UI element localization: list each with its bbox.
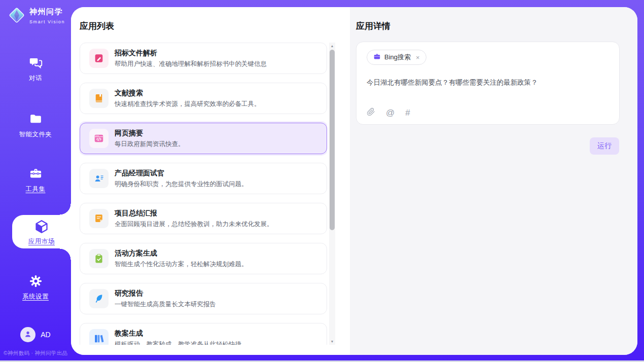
app-card-title: 文献搜索 [115,89,143,97]
diamond-logo-icon [8,6,26,26]
sidebar-item-label: 系统设置 [0,293,71,301]
app-card-description: 模板驱动，教案秒成，教学准备从此轻松快捷 [115,340,241,345]
avatar [20,327,35,342]
app-card[interactable]: 网页摘要 每日政府新闻资讯快查。 [80,123,327,154]
brand-name: 神州问学 [29,7,63,16]
app-card-title: 网页摘要 [115,129,143,137]
run-button[interactable]: 运行 [590,137,619,155]
scrollbar-down-icon[interactable]: ▼ [329,338,335,345]
app-detail-title: 应用详情 [356,20,390,32]
user-label: AD [41,331,50,339]
briefcase-icon [373,53,381,62]
sidebar: 神州问学 Smart Vision 对话 智能文件夹 [0,0,71,360]
sidebar-item-settings[interactable]: 系统设置 [0,274,71,301]
sidebar-item-label: 应用市场 [12,237,71,246]
clipboard-check-icon [89,249,109,268]
sidebar-item-label: 工具集 [0,185,71,194]
person-doc-icon [89,169,109,188]
app-card-title: 教案生成 [115,329,143,337]
doc-edit-icon [89,49,109,68]
app-list-title: 应用列表 [80,20,114,32]
toolbox-icon [0,167,71,183]
tool-tag-label: Bing搜索 [384,53,411,62]
at-icon[interactable]: @ [386,108,395,117]
app-card[interactable]: 产品经理面试官 明确身份和职责，为您提供专业性的面试问题。 [80,163,327,194]
scrollbar-up-icon[interactable]: ▲ [329,43,335,49]
app-detail-panel: 应用详情 Bing搜索 × 今日湖北有哪些新闻要点？有哪些需要关注的最新政策？ [350,7,637,355]
copyright-footer: ©神州数码 · 神州问学出品 [4,350,67,357]
app-list-scrollbar[interactable]: ▲ ▼ [329,43,335,345]
sidebar-item-chat[interactable]: 对话 [0,56,71,83]
app-card-description: 快速精准查找学术资源，提高研究效率的必备工具。 [115,100,261,108]
app-card-description: 智能生成个性化活动方案，轻松解决规划难题。 [115,260,248,269]
app-card[interactable]: 活动方案生成 智能生成个性化活动方案，轻松解决规划难题。 [80,243,327,274]
close-icon[interactable]: × [416,54,420,61]
composer-toolbar: @ # [367,107,410,118]
app-list: 招标文件解析 帮助用户快速、准确地理解和解析招标书中的关键信息 文献搜索 快速精… [80,43,327,345]
app-window: 神州问学 Smart Vision 对话 智能文件夹 [0,0,644,362]
browser-code-icon [89,129,109,148]
person-icon [23,330,32,340]
app-card-title: 活动方案生成 [115,249,157,257]
sidebar-item-label: 智能文件夹 [0,130,71,139]
sidebar-item-app-market[interactable]: 应用市场 [12,215,71,248]
user-account[interactable]: AD [0,327,71,342]
hash-icon[interactable]: # [405,108,410,117]
app-card-description: 一键智能生成高质量长文本研究报告 [115,300,216,309]
app-card[interactable]: 研究报告 一键智能生成高质量长文本研究报告 [80,283,327,314]
sidebar-item-toolset[interactable]: 工具集 [0,167,71,194]
cube-icon [12,219,71,236]
prompt-input[interactable]: 今日湖北有哪些新闻要点？有哪些需要关注的最新政策？ [367,78,609,88]
app-card-description: 每日政府新闻资讯快查。 [115,140,185,149]
app-card[interactable]: 教案生成 模板驱动，教案秒成，教学准备从此轻松快捷 [80,323,327,345]
app-card-description: 全面回顾项目进展，总结经验教训，助力未来优化发展。 [115,220,273,229]
note-icon [89,209,109,228]
sidebar-item-smart-folder[interactable]: 智能文件夹 [0,112,71,139]
app-card-title: 项目总结汇报 [115,209,157,217]
app-card-title: 研究报告 [115,289,143,297]
paperclip-icon[interactable] [367,107,375,118]
brand-subtitle: Smart Vision [29,19,65,24]
chat-icon [0,56,71,71]
brand: 神州问学 Smart Vision [8,6,71,26]
quill-icon [89,289,109,308]
app-list-panel: 应用列表 招标文件解析 帮助用户快速、准确地理解和解析招标书中的关键信息 文献搜… [71,7,350,355]
app-card-title: 招标文件解析 [115,49,157,57]
sidebar-item-label: 对话 [0,74,71,83]
app-card-title: 产品经理面试官 [115,169,164,177]
prompt-card: Bing搜索 × 今日湖北有哪些新闻要点？有哪些需要关注的最新政策？ @ # [356,42,620,125]
tool-tag-bing-search[interactable]: Bing搜索 × [367,50,426,65]
app-card-description: 明确身份和职责，为您提供专业性的面试问题。 [115,180,248,189]
app-card[interactable]: 项目总结汇报 全面回顾项目进展，总结经验教训，助力未来优化发展。 [80,203,327,234]
main-content: 应用列表 招标文件解析 帮助用户快速、准确地理解和解析招标书中的关键信息 文献搜… [71,7,637,355]
gear-icon [0,274,71,290]
scrollbar-thumb[interactable] [330,50,335,230]
app-card[interactable]: 文献搜索 快速精准查找学术资源，提高研究效率的必备工具。 [80,83,327,114]
book-icon [89,89,109,108]
app-card[interactable]: 招标文件解析 帮助用户快速、准确地理解和解析招标书中的关键信息 [80,43,327,74]
folder-icon [0,112,71,128]
books-icon [89,329,109,345]
app-card-description: 帮助用户快速、准确地理解和解析招标书中的关键信息 [115,60,267,68]
